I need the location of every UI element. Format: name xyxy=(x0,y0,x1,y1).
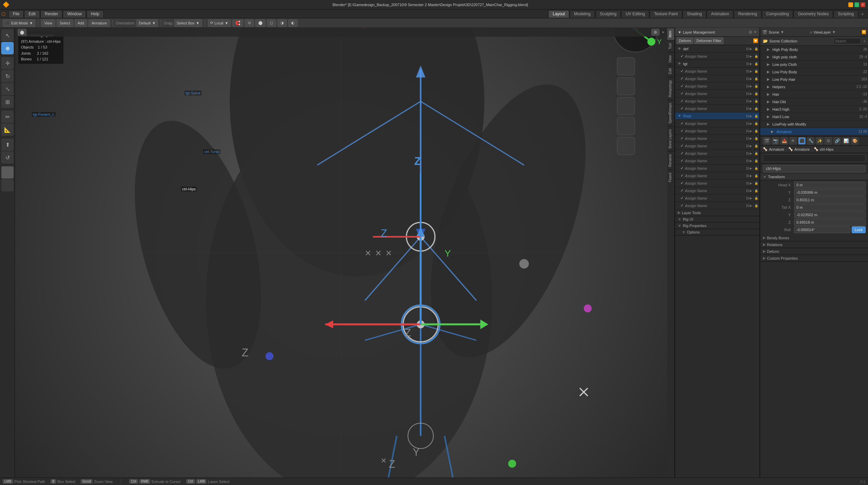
select-tool[interactable]: ↖ xyxy=(1,29,14,41)
prop-icon-object[interactable]: ⬛ xyxy=(798,137,806,145)
roll-value[interactable]: -0.000014° xyxy=(794,226,850,233)
prop-icon-view[interactable]: 👁 xyxy=(789,137,797,145)
collection-item-11[interactable]: ▶ Armature 11 99 xyxy=(760,128,868,135)
prop-icon-constraints[interactable]: 🔗 xyxy=(833,137,841,145)
options-icon[interactable]: ⚙ xyxy=(749,30,752,35)
assign-name-r8[interactable]: ✓ Assign Name ⛓▶·🔒 xyxy=(675,172,760,180)
relations-section[interactable]: ▶ Relations xyxy=(760,241,868,248)
palette-2[interactable] xyxy=(1,179,14,191)
layer-tgt[interactable]: 👁 tgt ⛓▶·🔒 xyxy=(675,60,760,68)
orientation-selector[interactable]: Default ▼ xyxy=(136,19,158,27)
assign-name-r5[interactable]: ✓ Assign Name ⛓▶·🔒 xyxy=(675,150,760,157)
assign-name-r9[interactable]: ✓ Assign Name ⛓▶·🔒 xyxy=(675,180,760,187)
tail-y-value[interactable]: -0.023502 m xyxy=(794,211,866,218)
proportional-toggle[interactable]: ⊙ xyxy=(245,19,254,27)
assign-name-6[interactable]: ✓ Assign Name ⛓▶·🔒 xyxy=(675,105,760,112)
cursor-tool[interactable]: ⊕ xyxy=(1,42,14,54)
tab-edit[interactable]: Edit xyxy=(24,10,40,18)
side-tab-item[interactable]: Item xyxy=(667,28,674,40)
assign-name-r10[interactable]: ✓ Assign Name ⛓▶·🔒 xyxy=(675,187,760,194)
prop-icon-particles[interactable]: ✨ xyxy=(816,137,823,145)
move-tool[interactable]: ✛ xyxy=(1,57,14,69)
rotate-tool[interactable]: ↻ xyxy=(1,70,14,82)
minimize-button[interactable]: ─ xyxy=(848,2,853,7)
assign-name-r11[interactable]: ✓ Assign Name ⛓▶·🔒 xyxy=(675,194,760,202)
head-x-value[interactable]: 0 m xyxy=(794,182,866,188)
options-section[interactable]: ▼ Options xyxy=(675,229,760,236)
display-mode-rendered[interactable]: ◐ xyxy=(288,19,298,27)
drag-selector[interactable]: Select Box ▼ xyxy=(174,19,202,27)
measure-tool[interactable]: 📐 xyxy=(1,124,14,136)
viewport-options[interactable]: ⚙ xyxy=(651,29,659,36)
add-menu[interactable]: Add xyxy=(75,19,87,27)
side-tab-edit[interactable]: Edit xyxy=(667,65,674,77)
prop-icon-material[interactable]: 🎨 xyxy=(851,137,859,145)
assign-name-r4[interactable]: ✓ Assign Name ⛓▶·🔒 xyxy=(675,142,760,150)
side-tab-fluent[interactable]: Fluent xyxy=(667,170,674,185)
collection-item-10[interactable]: ▶ LowPoly with Modify xyxy=(760,120,868,128)
collection-item-6[interactable]: ▶ Hair -13 xyxy=(760,91,868,98)
prop-icon-render[interactable]: 📷 xyxy=(772,137,779,145)
breadcrumb-ctrl-hips[interactable]: ctrl-Hips xyxy=(820,147,833,151)
tab-window[interactable]: Window xyxy=(63,10,86,18)
tab-layout[interactable]: Layout xyxy=(548,10,569,18)
tab-help[interactable]: Help xyxy=(86,10,104,18)
breadcrumb-armature2[interactable]: Armature xyxy=(794,147,810,151)
annotate-tool[interactable]: ✏ xyxy=(1,111,14,123)
tab-scripting[interactable]: Scripting xyxy=(833,10,858,18)
tab-uv-editing[interactable]: UV Editing xyxy=(621,10,649,18)
transform-section-header[interactable]: ▼ Transform xyxy=(760,174,868,180)
tab-animation[interactable]: Animation xyxy=(707,10,733,18)
scene-dropdown[interactable]: ▼ xyxy=(781,30,784,34)
viewport-close[interactable]: ✕ xyxy=(662,30,665,35)
layer-tools-section[interactable]: ▶ Layer Tools xyxy=(675,209,760,216)
assign-name-r7[interactable]: ✓ Assign Name ⛓▶·🔒 xyxy=(675,165,760,172)
tab-render[interactable]: Render xyxy=(40,10,62,18)
display-mode-solid[interactable]: ⬤ xyxy=(255,19,265,27)
assign-name-2[interactable]: ✓ Assign Name ⛓▶·🔒 xyxy=(675,75,760,82)
collection-item-8[interactable]: ▶ Hair3 high 2 -20 xyxy=(760,106,868,113)
rig-ui-section[interactable]: ▼ Rig UI xyxy=(675,216,760,223)
add-collection-icon[interactable]: + xyxy=(864,39,866,43)
lock-button[interactable]: Lock xyxy=(852,226,866,233)
side-tab-speedretopo[interactable]: SpeedRetopo xyxy=(667,100,674,126)
mode-selector[interactable]: ⬛ Edit Mode ▼ xyxy=(3,19,35,27)
deform-button[interactable]: Deform xyxy=(676,37,693,44)
tab-file[interactable]: File xyxy=(8,10,24,18)
prop-icon-modifier[interactable]: 🔧 xyxy=(807,137,814,145)
prop-icon-data[interactable]: 📊 xyxy=(842,137,850,145)
head-z-value[interactable]: 0.83311 m xyxy=(794,197,866,203)
layer-root[interactable]: 👁 Root ⛓▶·🔒 xyxy=(675,112,760,120)
add-workspace-button[interactable]: + xyxy=(859,11,867,17)
side-tab-rename[interactable]: Rename xyxy=(667,151,674,170)
collection-item-7[interactable]: ▶ Hair.Old -38 xyxy=(760,98,868,106)
assign-name-1[interactable]: ✓ Assign Name ⛓▶·🔒 xyxy=(675,68,760,75)
tab-sculpting[interactable]: Sculpting xyxy=(595,10,621,18)
breadcrumb-armature1[interactable]: Armature xyxy=(769,147,784,151)
tab-geometry-nodes[interactable]: Geometry Nodes xyxy=(793,10,833,18)
prop-search[interactable] xyxy=(763,154,866,162)
collection-item-3[interactable]: ▶ Low Poly Body 22 xyxy=(760,68,868,76)
deform-section[interactable]: ▶ Deform xyxy=(760,248,868,255)
tab-modeling[interactable]: Modeling xyxy=(570,10,595,18)
assign-name-r3[interactable]: ✓ Assign Name ⛓▶·🔒 xyxy=(675,135,760,142)
head-y-value[interactable]: -0.035996 m xyxy=(794,189,866,196)
assign-name-r2[interactable]: ✓ Assign Name ⛓▶·🔒 xyxy=(675,127,760,135)
tail-z-value[interactable]: 0.69518 m xyxy=(794,219,866,226)
display-mode-wireframe[interactable]: ◻ xyxy=(267,19,276,27)
rig-properties-section[interactable]: ▼ Rig Properties xyxy=(675,223,760,229)
assign-name-5[interactable]: ✓ Assign Name ⛓▶·🔒 xyxy=(675,97,760,105)
prop-icon-scene[interactable]: 🎬 xyxy=(763,137,770,145)
palette-1[interactable] xyxy=(1,166,14,179)
viewport-shading-dropdown[interactable]: ⬤ xyxy=(18,29,26,36)
filter-icon[interactable]: 🔽 xyxy=(753,38,758,43)
tab-compositing[interactable]: Compositing xyxy=(762,10,793,18)
tail-x-value[interactable]: 0 m xyxy=(794,204,866,211)
tab-rendering[interactable]: Rendering xyxy=(734,10,761,18)
collapse-arrow[interactable]: ▼ xyxy=(678,30,682,34)
collection-item-9[interactable]: ▶ Hair3 Low 16 -4 xyxy=(760,113,868,120)
pivot-selector[interactable]: ⟳ Local ▼ xyxy=(208,19,231,27)
viewlayer-dropdown[interactable]: ▼ xyxy=(832,30,835,34)
extrude-tool[interactable]: ⬆ xyxy=(1,138,14,151)
deformer-filter-button[interactable]: Deformer Filter xyxy=(694,37,724,44)
